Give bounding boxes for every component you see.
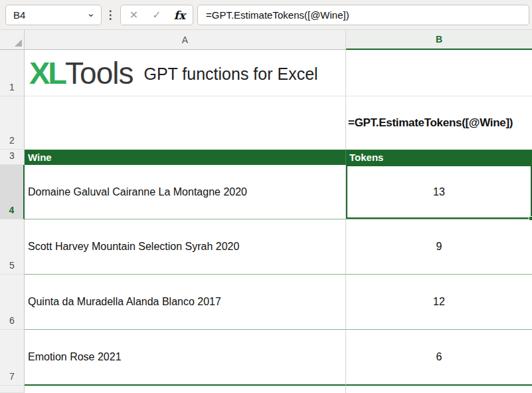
xltools-logo-xl: XL — [29, 55, 65, 91]
cell-a5-wine[interactable]: Scott Harvey Mountain Selection Syrah 20… — [25, 219, 346, 275]
enter-icon[interactable]: ✓ — [147, 9, 167, 21]
spreadsheet-grid: A B 1 XLTools GPT functions for Excel 2 … — [0, 30, 532, 393]
table-header-wine[interactable]: Wine — [25, 150, 346, 165]
row-header-6[interactable]: 6 — [0, 275, 25, 330]
column-header-b[interactable]: B — [346, 30, 532, 50]
cell-a6-wine[interactable]: Quinta da Muradella Alanda Blanco 2017 — [25, 275, 346, 330]
xltools-logo-tools: Tools — [65, 55, 133, 91]
column-header-a[interactable]: A — [25, 30, 346, 50]
row-header-2[interactable]: 2 — [0, 96, 25, 150]
logo-tagline: GPT functions for Excel — [143, 65, 317, 84]
row-header-1[interactable]: 1 — [0, 50, 25, 96]
cell-b1[interactable] — [346, 50, 532, 96]
select-all-corner[interactable] — [0, 30, 25, 50]
row-header-5[interactable]: 5 — [0, 219, 25, 275]
formula-bar-input[interactable]: =GPT.EstimateTokens([@Wine]) — [197, 5, 529, 25]
row-header-7[interactable]: 7 — [0, 330, 25, 386]
name-box[interactable]: B4 ⌄ — [5, 5, 102, 25]
cancel-icon[interactable]: ✕ — [124, 9, 144, 21]
cell-a1-logo[interactable]: XLTools GPT functions for Excel — [25, 50, 346, 96]
row-header-3[interactable]: 3 — [0, 150, 25, 165]
cell-a7-wine[interactable]: Emotion Rose 2021 — [25, 330, 346, 386]
select-all-triangle-icon — [15, 39, 22, 47]
fill-handle[interactable] — [529, 216, 532, 221]
cell-b6-tokens[interactable]: 12 — [346, 275, 532, 330]
row-header-4[interactable]: 4 — [0, 165, 25, 219]
name-box-value: B4 — [13, 9, 25, 21]
cell-b7-tokens[interactable]: 6 — [346, 330, 532, 386]
cell-b5-tokens[interactable]: 9 — [346, 219, 532, 275]
cell-a4-wine[interactable]: Domaine Galuval Cairanne La Montagne 202… — [25, 165, 346, 219]
cell-b4-value: 13 — [433, 186, 445, 198]
cell-b2-formula-text[interactable]: =GPT.EstimateTokens([@Wine]) — [346, 96, 532, 150]
more-options-icon[interactable]: ⋮ — [105, 5, 116, 25]
formula-toolbar: B4 ⌄ ⋮ ✕ ✓ fx =GPT.EstimateTokens([@Wine… — [0, 0, 532, 30]
cell-a8[interactable] — [25, 386, 346, 393]
formula-buttons-group: ✕ ✓ fx — [120, 5, 193, 25]
cell-a2[interactable] — [25, 96, 346, 150]
table-header-tokens[interactable]: Tokens — [346, 150, 532, 165]
cell-b8[interactable] — [346, 386, 532, 393]
cell-b4-selected[interactable]: 13 — [346, 165, 532, 219]
insert-function-icon[interactable]: fx — [170, 9, 190, 22]
row-header-8[interactable] — [0, 386, 25, 393]
